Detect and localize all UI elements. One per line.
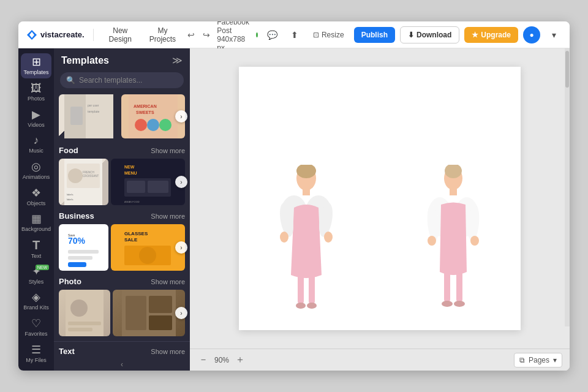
canvas[interactable] [239,67,521,330]
sidebar-item-templates[interactable]: ⊞ Templates [21,53,51,78]
favorites-icon: ♡ [31,317,41,330]
bottom-cat-label: Text [59,347,75,356]
svg-rect-69 [456,271,462,303]
svg-point-53 [280,232,288,243]
vertical-scrollbar[interactable] [565,48,570,326]
icon-rail: ⊞ Templates 🖼 Photos ▶ Videos ♪ Music ◎ … [18,48,54,371]
svg-point-37 [139,247,156,264]
sidebar-item-favorites[interactable]: ♡ Favorites [21,315,51,340]
download-button[interactable]: ⬇ Download [400,26,459,43]
svg-text:ASIAN FOOD: ASIAN FOOD [124,200,140,203]
avatar[interactable]: ● [523,26,540,43]
canvas-area: － 90% ＋ ⧉ Pages ▾ [190,48,570,371]
app-window: vistacreate. New Design My Projects ↩ ↪ … [18,21,570,371]
food-thumb-2[interactable]: NEW MENU ASIAN FOOD [111,159,185,205]
svg-rect-40 [68,322,101,325]
panel-collapse-arrow[interactable]: ‹ [54,358,190,371]
featured-arrow[interactable]: › [175,110,187,123]
food-thumb-1[interactable]: FRENCH CROISSANT labels labels [59,159,108,205]
animations-icon: ◎ [31,160,41,173]
share-icon[interactable]: ⬆ [286,26,303,43]
sidebar-item-label: Text [31,254,42,260]
svg-point-11 [147,119,159,131]
objects-icon: ❖ [31,186,41,200]
sidebar-item-photos[interactable]: 🖼 Photos [21,80,51,105]
sidebar-item-objects[interactable]: ❖ Objects [21,184,51,209]
brand-kits-icon: ◈ [32,290,40,304]
svg-text:70%: 70% [68,236,86,246]
svg-text:template: template [88,110,99,113]
sidebar-item-background[interactable]: ▦ Background [21,210,51,235]
zoom-in-button[interactable]: ＋ [234,354,246,366]
photo-thumb-2[interactable] [113,290,185,336]
food-arrow[interactable]: › [175,176,187,188]
new-badge: NEW [36,265,49,270]
sidebar-item-label: Music [29,148,43,154]
sidebar-item-animations[interactable]: ◎ Animations [21,158,51,183]
category-food-name: Food [59,146,78,155]
svg-text:MENU: MENU [124,171,137,175]
redo-icon[interactable]: ↪ [202,29,211,41]
figure-left [276,165,337,318]
show-more-food[interactable]: Show more [151,147,185,154]
featured-thumb-1[interactable]: per user template [59,94,119,138]
undo-icon[interactable]: ↩ [187,29,196,41]
more-options-icon[interactable]: ▾ [545,26,562,43]
svg-point-10 [135,119,147,131]
business-thumb-1[interactable]: Save 70% [59,224,108,271]
sidebar-item-label: Favorites [24,331,47,337]
featured-row: per user template AMERICAN SWEETS [59,94,185,138]
publish-button[interactable]: Publish [354,27,395,43]
photo-thumb-1[interactable] [59,290,110,336]
svg-rect-31 [68,256,92,260]
sidebar-item-styles[interactable]: NEW ✦ Styles [21,262,51,287]
pages-label: Pages [529,356,549,364]
videos-icon: ▶ [32,108,40,121]
my-projects-button[interactable]: My Projects [145,24,180,46]
templates-scroll: per user template AMERICAN SWEETS [54,94,190,341]
text-icon: T [32,238,40,252]
category-business-header: Business Show more [59,211,185,221]
show-more-photo[interactable]: Show more [151,278,185,285]
topbar-separator [93,29,94,41]
category-food-thumbs: FRENCH CROISSANT labels labels NEW MENU [59,159,185,205]
upgrade-button[interactable]: ★ Upgrade [464,27,518,43]
topbar: vistacreate. New Design My Projects ↩ ↪ … [18,21,570,48]
search-input[interactable] [79,76,178,85]
category-photo: Photo Show more [59,277,185,336]
photo-arrow[interactable]: › [175,307,187,319]
svg-point-66 [428,236,436,246]
my-files-icon: ☰ [31,343,41,356]
sidebar-item-videos[interactable]: ▶ Videos [21,105,51,130]
star-icon: ★ [472,31,478,39]
sidebar-item-label: Background [21,227,51,233]
photos-icon: 🖼 [31,82,42,95]
svg-rect-32 [68,262,86,267]
svg-text:labels: labels [67,198,73,201]
category-business-name: Business [59,211,94,221]
svg-point-12 [159,119,172,131]
sidebar-item-brand-kits[interactable]: ◈ Brand Kits [21,288,51,314]
sidebar-item-text[interactable]: T Text [21,236,51,262]
panel-title: Templates [61,55,109,66]
sidebar-item-my-files[interactable]: ☰ My Files [21,341,51,366]
svg-rect-44 [149,296,172,313]
svg-point-67 [470,236,479,246]
svg-text:SALE: SALE [124,237,138,243]
zoom-out-button[interactable]: － [197,354,209,366]
business-arrow[interactable]: › [175,241,187,254]
figure-right [423,165,484,318]
business-thumb-2[interactable]: GLASSES SALE [111,224,185,271]
comment-icon[interactable]: 💬 [264,26,281,43]
new-design-button[interactable]: New Design [102,24,138,46]
show-more-business[interactable]: Show more [151,213,185,220]
sidebar-item-music[interactable]: ♪ Music [21,132,51,157]
bottom-cat-show-more[interactable]: Show more [151,348,185,355]
svg-rect-55 [298,274,304,304]
pages-button[interactable]: ⧉ Pages ▾ [514,353,562,368]
music-icon: ♪ [34,134,39,147]
scrollbar-thumb[interactable] [565,51,569,88]
resize-button[interactable]: ⊡ Resize [308,28,349,42]
collapse-panel-icon[interactable]: ≫ [172,55,183,66]
svg-rect-61 [450,188,457,195]
